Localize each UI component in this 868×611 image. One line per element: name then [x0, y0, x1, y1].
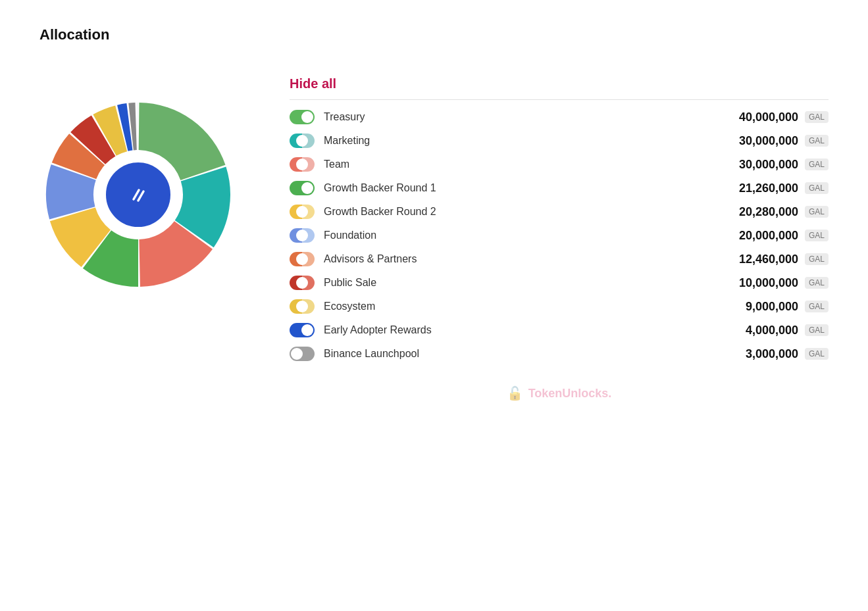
item-unit-growth-backer-1: GAL	[805, 182, 829, 194]
legend-item-ecosystem: Ecosystem 9,000,000 GAL	[290, 295, 829, 318]
legend-item-team: Team 30,000,000 GAL	[290, 153, 829, 176]
item-amount-team: 30,000,000	[739, 158, 798, 172]
chart-center-logo	[102, 159, 174, 231]
toggle-foundation[interactable]	[290, 228, 315, 243]
item-unit-binance-launchpool: GAL	[805, 348, 829, 360]
toggle-binance-launchpool[interactable]	[290, 347, 315, 361]
item-name-foundation: Foundation	[324, 230, 739, 241]
legend-item-public-sale: Public Sale 10,000,000 GAL	[290, 271, 829, 295]
item-name-binance-launchpool: Binance Launchpool	[324, 348, 746, 360]
item-name-early-adopter: Early Adopter Rewards	[324, 324, 746, 336]
item-name-ecosystem: Ecosystem	[324, 301, 746, 312]
item-amount-ecosystem: 9,000,000	[746, 300, 798, 314]
item-unit-foundation: GAL	[805, 230, 829, 241]
item-name-advisors: Advisors & Partners	[324, 253, 739, 265]
item-unit-marketing: GAL	[805, 135, 829, 147]
item-amount-growth-backer-2: 20,280,000	[739, 205, 798, 219]
toggle-treasury[interactable]	[290, 110, 315, 124]
toggle-public-sale[interactable]	[290, 276, 315, 290]
svg-line-1	[138, 191, 143, 201]
legend-panel: Hide all Treasury 40,000,000 GAL Marketi…	[290, 70, 829, 401]
toggle-growth-backer-2[interactable]	[290, 205, 315, 219]
legend-item-marketing: Marketing 30,000,000 GAL	[290, 129, 829, 153]
item-amount-binance-launchpool: 3,000,000	[746, 347, 798, 361]
item-unit-public-sale: GAL	[805, 277, 829, 289]
toggle-advisors[interactable]	[290, 252, 315, 266]
toggle-marketing[interactable]	[290, 134, 315, 148]
item-unit-team: GAL	[805, 159, 829, 170]
watermark-label: TokenUnlocks.	[528, 387, 612, 401]
legend-item-early-adopter: Early Adopter Rewards 4,000,000 GAL	[290, 318, 829, 342]
item-name-team: Team	[324, 159, 739, 170]
legend-item-growth-backer-1: Growth Backer Round 1 21,260,000 GAL	[290, 176, 829, 200]
item-amount-early-adopter: 4,000,000	[746, 324, 798, 337]
svg-line-0	[134, 190, 139, 199]
watermark: 🔓 TokenUnlocks.	[290, 385, 829, 401]
legend-item-treasury: Treasury 40,000,000 GAL	[290, 105, 829, 129]
item-name-marketing: Marketing	[324, 135, 739, 147]
item-name-public-sale: Public Sale	[324, 277, 739, 289]
item-amount-growth-backer-1: 21,260,000	[739, 182, 798, 195]
allocation-chart	[39, 96, 237, 293]
watermark-icon: 🔓	[507, 385, 523, 401]
item-name-growth-backer-2: Growth Backer Round 2	[324, 206, 739, 218]
legend-item-growth-backer-2: Growth Backer Round 2 20,280,000 GAL	[290, 200, 829, 224]
item-unit-advisors: GAL	[805, 253, 829, 265]
legend-item-advisors: Advisors & Partners 12,460,000 GAL	[290, 247, 829, 271]
item-unit-treasury: GAL	[805, 111, 829, 123]
item-name-treasury: Treasury	[324, 111, 739, 123]
toggle-growth-backer-1[interactable]	[290, 181, 315, 195]
item-name-growth-backer-1: Growth Backer Round 1	[324, 182, 739, 194]
item-unit-ecosystem: GAL	[805, 301, 829, 312]
item-amount-treasury: 40,000,000	[739, 110, 798, 124]
legend-item-foundation: Foundation 20,000,000 GAL	[290, 224, 829, 247]
toggle-team[interactable]	[290, 157, 315, 172]
hide-all-button[interactable]: Hide all	[290, 76, 829, 91]
toggle-ecosystem[interactable]	[290, 299, 315, 314]
item-unit-early-adopter: GAL	[805, 324, 829, 336]
item-amount-foundation: 20,000,000	[739, 229, 798, 243]
divider	[290, 99, 829, 100]
page-title: Allocation	[39, 26, 829, 43]
item-amount-advisors: 12,460,000	[739, 253, 798, 266]
item-unit-growth-backer-2: GAL	[805, 206, 829, 218]
legend-item-binance-launchpool: Binance Launchpool 3,000,000 GAL	[290, 342, 829, 366]
item-amount-public-sale: 10,000,000	[739, 276, 798, 290]
toggle-early-adopter[interactable]	[290, 323, 315, 337]
item-amount-marketing: 30,000,000	[739, 134, 798, 148]
